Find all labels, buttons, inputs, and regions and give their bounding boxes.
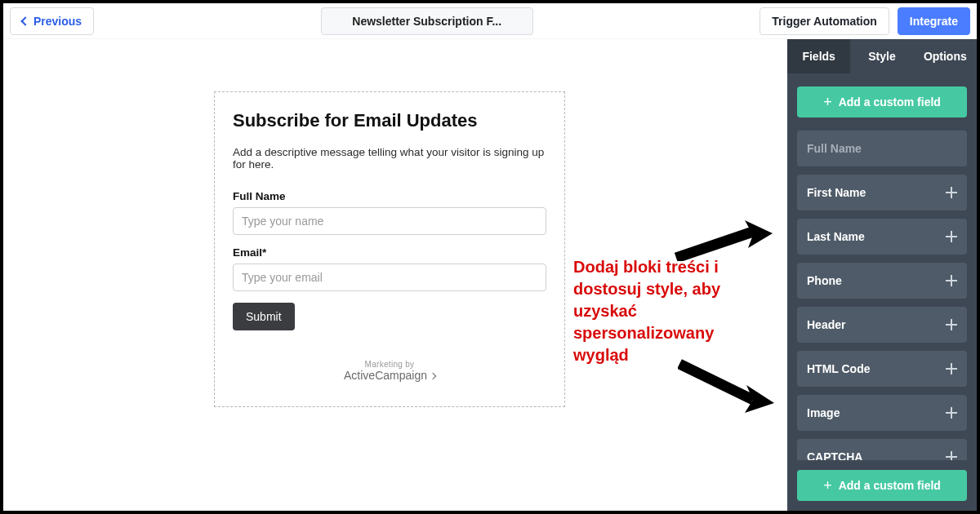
field-card-label: HTML Code xyxy=(807,362,871,375)
add-custom-field-button-bottom[interactable]: + Add a custom field xyxy=(797,470,967,501)
field-card-label: CAPTCHA xyxy=(807,450,862,460)
form-heading[interactable]: Subscribe for Email Updates xyxy=(233,110,546,131)
svg-marker-0 xyxy=(745,220,773,248)
integrate-button[interactable]: Integrate xyxy=(898,7,970,35)
add-custom-field-label: Add a custom field xyxy=(839,479,941,492)
email-input[interactable] xyxy=(233,264,546,291)
trigger-automation-button[interactable]: Trigger Automation xyxy=(760,7,889,35)
field-card-captcha[interactable]: CAPTCHA xyxy=(797,439,967,460)
tab-style[interactable]: Style xyxy=(850,39,913,73)
field-card-label: Phone xyxy=(807,274,842,287)
email-label: Email* xyxy=(233,246,546,259)
field-card-label: Last Name xyxy=(807,230,865,243)
form-description[interactable]: Add a descriptive message telling what y… xyxy=(233,146,546,171)
move-icon xyxy=(946,187,957,198)
app-frame: Previous Newsletter Subscription F... Tr… xyxy=(0,0,980,514)
annotation-callout: Dodaj bloki treści i dostosuj style, aby… xyxy=(573,256,769,366)
sidebar-tabs: Fields Style Options xyxy=(787,39,977,73)
marketing-credit: Marketing by ActiveCampaign xyxy=(233,360,546,382)
field-card-header[interactable]: Header xyxy=(797,307,967,343)
sidebar: Fields Style Options + Add a custom fiel… xyxy=(787,39,977,511)
field-card-label: Header xyxy=(807,318,845,331)
tab-options[interactable]: Options xyxy=(914,39,977,73)
fullname-input[interactable] xyxy=(233,207,546,235)
plus-icon: + xyxy=(823,480,832,491)
move-icon xyxy=(946,407,957,419)
move-icon xyxy=(946,451,957,460)
plus-icon: + xyxy=(823,96,832,108)
marketing-top: Marketing by xyxy=(233,360,546,369)
move-icon xyxy=(946,231,957,242)
annotation-arrow-icon xyxy=(675,220,773,261)
move-icon xyxy=(946,363,957,374)
chevron-left-icon xyxy=(20,16,29,25)
integrate-label: Integrate xyxy=(910,15,958,28)
caret-right-icon xyxy=(430,373,436,379)
field-card-htmlcode[interactable]: HTML Code xyxy=(797,351,967,387)
top-bar: Previous Newsletter Subscription F... Tr… xyxy=(3,3,977,39)
submit-label: Submit xyxy=(246,310,282,323)
marketing-brand: ActiveCampaign xyxy=(233,369,546,382)
move-icon xyxy=(946,275,957,286)
field-card-firstname[interactable]: First Name xyxy=(797,175,967,210)
editor-canvas[interactable]: Subscribe for Email Updates Add a descri… xyxy=(3,42,787,507)
field-card-image[interactable]: Image xyxy=(797,395,967,431)
field-list: Full Name First Name Last Name Phone Hea… xyxy=(787,131,977,460)
fullname-label: Full Name xyxy=(233,190,546,202)
field-card-fullname: Full Name xyxy=(797,131,967,166)
field-card-lastname[interactable]: Last Name xyxy=(797,219,967,255)
field-card-phone[interactable]: Phone xyxy=(797,263,967,299)
previous-label: Previous xyxy=(33,15,82,28)
field-card-label: Image xyxy=(807,406,840,419)
form-title-text: Newsletter Subscription F... xyxy=(352,15,501,28)
trigger-automation-label: Trigger Automation xyxy=(772,15,877,28)
tab-fields[interactable]: Fields xyxy=(787,39,850,73)
form-title-selector[interactable]: Newsletter Subscription F... xyxy=(321,7,533,35)
move-icon xyxy=(946,319,957,330)
form-preview[interactable]: Subscribe for Email Updates Add a descri… xyxy=(214,91,565,407)
field-card-label: Full Name xyxy=(807,142,862,155)
annotation-arrow-icon xyxy=(678,359,774,416)
add-custom-field-button[interactable]: + Add a custom field xyxy=(797,86,967,117)
add-custom-field-label: Add a custom field xyxy=(839,95,941,109)
previous-button[interactable]: Previous xyxy=(10,7,94,35)
field-card-label: First Name xyxy=(807,186,866,199)
submit-button[interactable]: Submit xyxy=(233,303,295,330)
svg-marker-1 xyxy=(745,385,774,413)
